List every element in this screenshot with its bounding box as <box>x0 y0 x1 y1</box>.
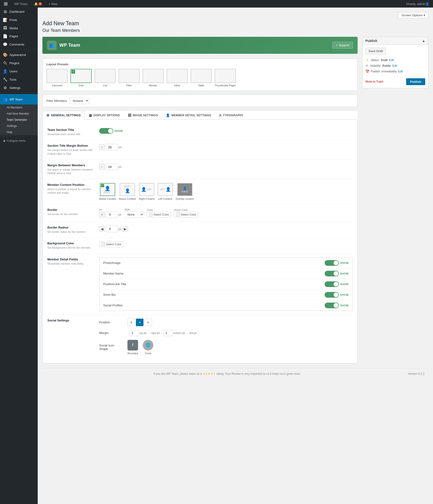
move-to-trash-link[interactable]: Move to Trash <box>365 80 383 83</box>
margin-top-label: top <box>139 332 143 334</box>
margin-between-desc: Set space or margin between members. Def… <box>47 168 95 175</box>
icon-shape-circle[interactable]: 🌐 Circle <box>143 340 153 355</box>
toggle-switch-name[interactable] <box>325 271 339 276</box>
preset-filter[interactable]: Filter <box>119 69 140 87</box>
footer-stars: ★★★★★ <box>203 372 216 376</box>
sidebar-item-wp-team[interactable]: 👥 WP Team <box>0 94 38 105</box>
toggle-switch-photo[interactable] <box>325 260 339 266</box>
tab-image-settings[interactable]: 🖼 IMAGE SETTINGS <box>124 111 162 120</box>
pos-icon-right[interactable]: ≡ <box>144 319 152 326</box>
submenu-add-new-member[interactable]: Add New Member <box>0 111 38 117</box>
publish-edit-link[interactable]: Edit <box>398 70 403 73</box>
sidebar-item-appearance[interactable]: 🎨 Appearance <box>0 51 38 59</box>
sidebar-item-tools[interactable]: 🔧 Tools <box>0 75 38 84</box>
filter-select[interactable]: Newest Oldest A-Z Z-A <box>70 98 89 104</box>
adminbar-site-name[interactable]: WP Team <box>12 0 29 8</box>
adminbar-new[interactable]: + New <box>47 0 59 8</box>
preset-grid[interactable]: Grid <box>70 69 92 87</box>
setting-member-content-position: Member Content Position Select a positio… <box>47 179 353 204</box>
adminbar-notifications[interactable]: 🔔 0 <box>32 0 44 8</box>
preset-carousel[interactable]: Carousel <box>46 69 68 87</box>
margin-between-input[interactable] <box>106 163 118 170</box>
general-settings-icon: ⚙ <box>46 113 50 117</box>
margin-between-decrement[interactable]: ← <box>99 164 105 170</box>
preset-thumb-table <box>191 69 212 83</box>
pos-overlay-content[interactable]: 👤 <box>176 183 194 200</box>
position-toggle-container[interactable]: SHOW <box>325 281 349 287</box>
preset-table[interactable]: Table <box>191 69 212 87</box>
photo-toggle-container[interactable]: SHOW <box>325 260 349 266</box>
icon-shape-rounded[interactable]: f Rounded <box>128 340 138 355</box>
preset-thumbnails[interactable]: Thumbnails Pager <box>215 69 236 87</box>
border-radius-decrement[interactable]: ◀ <box>99 226 105 232</box>
publish-visibility-row: 👁 Visibility: Public Edit <box>365 63 425 69</box>
section-margin-input[interactable] <box>106 144 118 151</box>
publish-footer: Move to Trash Publish <box>365 76 425 85</box>
border-controls: px + px Style <box>99 208 198 218</box>
submenu-all-members[interactable]: All Members <box>0 105 38 111</box>
border-radius-increment[interactable]: ▶ <box>122 226 128 232</box>
sidebar-item-dashboard[interactable]: ⊞ Dashboard <box>0 8 38 16</box>
margin-bottom-input[interactable] <box>163 330 173 336</box>
tab-general-settings[interactable]: ⚙ GENERAL SETTINGS <box>43 111 85 120</box>
border-width-input[interactable] <box>106 211 118 218</box>
visibility-edit-link[interactable]: Edit <box>392 64 397 67</box>
sidebar-item-users[interactable]: 👤 Users <box>0 67 38 75</box>
background-color-picker[interactable]: Select Color <box>99 242 123 247</box>
border-style-select[interactable]: None Solid Dashed Dotted <box>124 211 144 218</box>
tab-display-options[interactable]: ▦ DISPLAY OPTIONS <box>85 111 124 120</box>
pos-left-content[interactable]: 👤 Left Content <box>158 183 173 200</box>
publish-button[interactable]: Publish <box>406 78 425 85</box>
preset-inline[interactable]: Inline <box>166 69 188 87</box>
save-draft-button[interactable]: Save Draft <box>365 48 386 54</box>
pos-above-content[interactable]: 👤 Above Content <box>119 183 136 200</box>
pos-icon-center[interactable]: ≡ <box>136 319 143 326</box>
support-button[interactable]: + Support <box>332 42 353 49</box>
filter-section: Filter Members Newest Oldest A-Z Z-A <box>43 95 358 107</box>
preset-thumb-list <box>95 69 116 83</box>
submenu-help[interactable]: Help <box>0 129 38 135</box>
team-section-title-toggle[interactable]: SHOW <box>99 128 123 134</box>
publish-time-row: 📅 Publish immediately Edit <box>365 69 425 74</box>
page-title: Add New Team <box>43 20 428 27</box>
preset-mosaic[interactable]: Mosaic <box>143 69 164 87</box>
tab-member-detail-settings[interactable]: 👤 MEMBER DETAIL SETTINGS <box>162 111 215 120</box>
social-toggle-container[interactable]: SHOW <box>325 303 349 308</box>
sidebar-item-posts[interactable]: 📝 Posts <box>0 16 38 24</box>
wp-logo[interactable]: ⊞ <box>2 0 10 8</box>
tab-typography[interactable]: A TYPOGRAPHY <box>215 111 247 120</box>
sidebar-item-media[interactable]: 🖼 Media <box>0 24 38 32</box>
sidebar-item-settings[interactable]: ⚙ Settings <box>0 84 38 92</box>
name-toggle-container[interactable]: SHOW <box>325 271 349 276</box>
sidebar-item-pages[interactable]: 📄 Pages <box>0 32 38 40</box>
margin-top-input[interactable] <box>129 330 139 336</box>
border-radius-input[interactable] <box>106 226 118 232</box>
pos-below-content[interactable]: 👤 Below Content <box>99 183 116 200</box>
pos-right-content[interactable]: 👤 Right Content <box>139 183 155 200</box>
collapse-menu[interactable]: ◀ Collapse menu <box>0 137 38 144</box>
chevron-down-icon: ▾ <box>424 13 425 17</box>
toggle-switch-social[interactable] <box>325 303 339 308</box>
border-hover-color-picker[interactable]: Select Color <box>174 212 198 217</box>
section-margin-decrement[interactable]: ↑ <box>99 144 105 150</box>
border-color-picker[interactable]: Select Color <box>147 212 171 217</box>
publish-panel-toggle[interactable]: ▲ <box>422 39 425 43</box>
toggle-switch-position[interactable] <box>325 281 339 287</box>
toggle-knob-position <box>334 282 338 287</box>
pos-icon-left[interactable]: ≡ <box>128 319 135 326</box>
border-width-increment[interactable]: + <box>99 212 105 217</box>
preset-list[interactable]: List <box>95 69 116 87</box>
status-edit-link[interactable]: Edit <box>389 58 394 62</box>
adminbar-howdy: Howdy, admin 👤 <box>405 0 431 8</box>
sidebar-item-comments[interactable]: 💬 Comments <box>0 40 38 49</box>
screen-options-button[interactable]: Screen Options ▾ <box>398 12 428 18</box>
publish-status-row: 🔸 Status: Draft Edit <box>365 57 425 63</box>
sidebar-item-plugins[interactable]: 🔌 Plugins <box>0 59 38 67</box>
margin-bottom-arrow: ↓ <box>161 332 163 334</box>
toggle-switch-section-title[interactable] <box>99 128 113 134</box>
detail-field-name: Member Name SHOW <box>99 268 352 279</box>
submenu-settings[interactable]: Settings <box>0 123 38 129</box>
submenu-team-generator[interactable]: Team Generator <box>0 117 38 123</box>
bio-toggle-container[interactable]: SHOW <box>325 292 349 298</box>
toggle-switch-bio[interactable] <box>325 292 339 298</box>
